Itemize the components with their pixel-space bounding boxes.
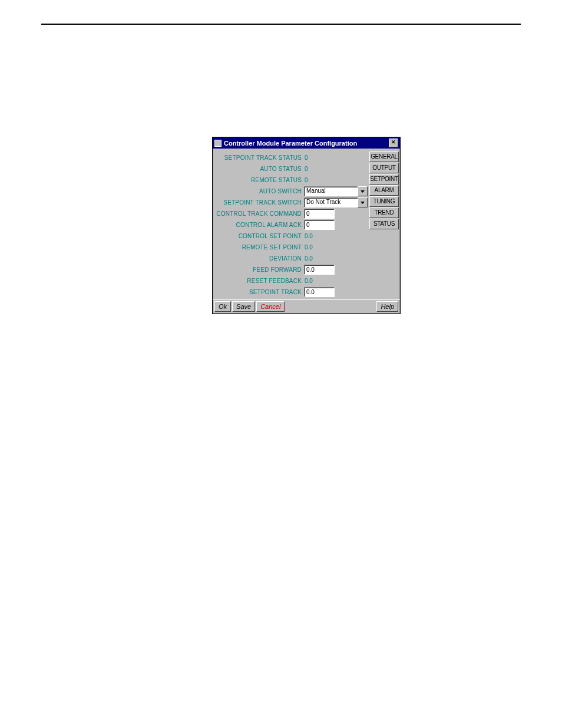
form-column: SETPOINT TRACK STATUS 0 AUTO STATUS 0 RE… bbox=[214, 151, 368, 298]
input-control-track-command[interactable] bbox=[304, 209, 335, 219]
dialog-actions: Ok Save Cancel Help bbox=[213, 299, 400, 314]
label-setpoint-track: SETPOINT TRACK bbox=[214, 289, 304, 295]
label-feed-forward: FEED FORWARD bbox=[214, 266, 304, 273]
config-dialog: Controller Module Parameter Configuratio… bbox=[212, 137, 401, 314]
input-feed-forward[interactable] bbox=[304, 265, 335, 275]
tab-buttons: GENERAL OUTPUT SETPOINT ALARM TUNING TRE… bbox=[369, 151, 399, 298]
value-deviation: 0.0 bbox=[304, 255, 313, 262]
label-auto-switch: AUTO SWITCH bbox=[214, 188, 304, 195]
label-remote-set-point: REMOTE SET POINT bbox=[214, 244, 304, 251]
tab-output[interactable]: OUTPUT bbox=[369, 163, 399, 173]
label-deviation: DEVIATION bbox=[214, 255, 304, 262]
help-button[interactable]: Help bbox=[376, 301, 398, 312]
label-remote-status: REMOTE STATUS bbox=[214, 177, 304, 183]
tab-trend[interactable]: TREND bbox=[369, 207, 399, 218]
label-control-set-point: CONTROL SET POINT bbox=[214, 233, 304, 239]
label-control-alarm-ack: CONTROL ALARM ACK bbox=[214, 222, 304, 228]
value-reset-feedback: 0.0 bbox=[304, 278, 313, 284]
page-rule-top bbox=[41, 24, 521, 25]
chevron-down-icon[interactable] bbox=[358, 197, 368, 207]
value-remote-status: 0 bbox=[304, 177, 308, 183]
titlebar: Controller Module Parameter Configuratio… bbox=[213, 137, 400, 149]
cancel-button[interactable]: Cancel bbox=[256, 301, 285, 312]
combo-auto-switch-text: Manual bbox=[304, 186, 358, 196]
tab-alarm[interactable]: ALARM bbox=[369, 185, 399, 196]
label-reset-feedback: RESET FEEDBACK bbox=[214, 278, 304, 284]
value-auto-status: 0 bbox=[304, 166, 308, 172]
value-control-set-point: 0.0 bbox=[304, 233, 313, 239]
ok-button[interactable]: Ok bbox=[214, 301, 231, 312]
save-button[interactable]: Save bbox=[232, 301, 255, 312]
system-menu-icon[interactable] bbox=[214, 140, 222, 147]
value-setpoint-track-status: 0 bbox=[304, 154, 308, 161]
input-control-alarm-ack[interactable] bbox=[304, 220, 335, 230]
window-title: Controller Module Parameter Configuratio… bbox=[224, 140, 357, 147]
chevron-down-icon[interactable] bbox=[358, 186, 368, 196]
input-setpoint-track[interactable] bbox=[304, 287, 335, 297]
close-button[interactable]: ✕ bbox=[389, 139, 398, 147]
combo-setpoint-track-switch-text: Do Not Track bbox=[304, 197, 358, 207]
combo-setpoint-track-switch[interactable]: Do Not Track bbox=[304, 197, 368, 207]
svg-marker-0 bbox=[361, 190, 365, 193]
tab-general[interactable]: GENERAL bbox=[369, 151, 399, 162]
label-setpoint-track-switch: SETPOINT TRACK SWITCH bbox=[214, 199, 304, 206]
tab-setpoint[interactable]: SETPOINT bbox=[369, 174, 399, 185]
combo-auto-switch[interactable]: Manual bbox=[304, 186, 368, 196]
value-remote-set-point: 0.0 bbox=[304, 244, 313, 251]
label-setpoint-track-status: SETPOINT TRACK STATUS bbox=[214, 154, 304, 161]
label-auto-status: AUTO STATUS bbox=[214, 166, 304, 172]
tab-tuning[interactable]: TUNING bbox=[369, 196, 399, 207]
tab-status[interactable]: STATUS bbox=[369, 219, 399, 229]
label-control-track-command: CONTROL TRACK COMMAND bbox=[214, 210, 304, 217]
svg-marker-1 bbox=[361, 202, 365, 204]
